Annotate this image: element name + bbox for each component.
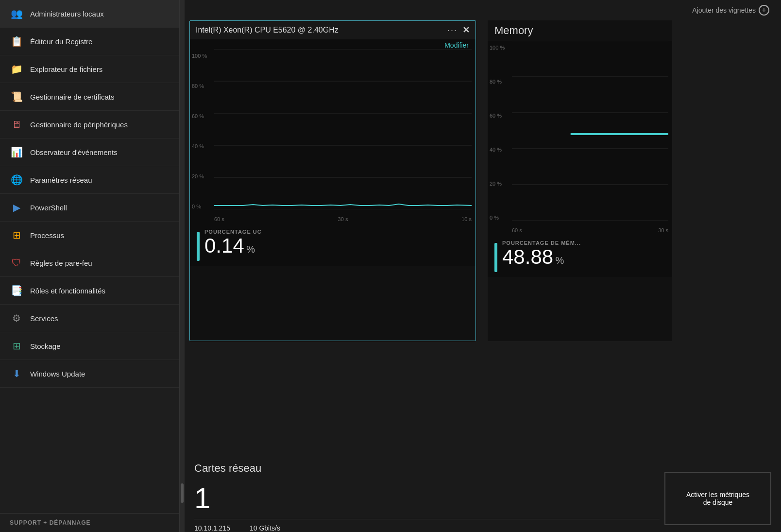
sidebar-items: 👥Administrateurs locaux📋Éditeur du Regis…	[0, 0, 179, 388]
network-count: 1	[194, 481, 660, 515]
sidebar-item-process[interactable]: ⊞Processus	[0, 222, 179, 249]
network-table: 10.10.1.215 10 Gbits/s	[194, 519, 660, 532]
cpu-metric-unit: %	[246, 244, 255, 255]
activate-disk-button[interactable]: Activer les métriquesde disque	[664, 472, 771, 525]
sidebar-label-registry: Éditeur du Registre	[30, 37, 92, 46]
sidebar-icon-storage: ⊞	[10, 339, 23, 353]
sidebar-icon-registry: 📋	[10, 34, 23, 48]
sidebar-label-roles: Rôles et fonctionnalités	[30, 287, 105, 295]
memory-metric-unit: %	[556, 255, 564, 266]
memory-metric-value: 48.88	[502, 245, 553, 268]
sidebar-item-storage[interactable]: ⊞Stockage	[0, 332, 179, 360]
cpu-chart-x-labels: 60 s 30 s 10 s	[214, 216, 472, 222]
scrollbar-thumb	[181, 483, 184, 503]
sidebar-icon-firewall: 🛡	[10, 256, 23, 270]
memory-chart-x-labels: 60 s 30 s	[512, 227, 668, 233]
cpu-chart-area: 60 s 30 s 10 s 100 % 80 % 60 % 40 % 20 %…	[190, 49, 475, 224]
widget-close-icon[interactable]: ✕	[462, 25, 470, 35]
sidebar-item-eventvwr[interactable]: 📊Observateur d'événements	[0, 138, 179, 166]
sidebar-icon-winupdate: ⬇	[10, 367, 23, 380]
memory-chart-area: 60 s 30 s 100 % 80 % 60 % 40 % 20 % 0 %	[488, 41, 672, 235]
x-label-10s: 10 s	[461, 216, 472, 222]
cpu-metric-value: 0.14	[204, 234, 244, 257]
disk-activate-area: Activer les métriquesde disque	[664, 462, 776, 525]
widget-options-icon[interactable]: ···	[447, 25, 458, 35]
sidebar-icon-powershell: ▶	[10, 201, 23, 214]
sidebar-label-powershell: PowerShell	[30, 204, 67, 212]
cpu-chart-svg	[214, 49, 472, 209]
sidebar-icon-process: ⊞	[10, 228, 23, 242]
bottom-section: Cartes réseau 1 10.10.1.215 10 Gbits/s A…	[185, 462, 781, 532]
cpu-metric-info: POURCENTAGE UC 0.14 %	[204, 229, 262, 256]
memory-chart-svg	[512, 41, 668, 221]
sidebar-item-certmgr[interactable]: 📜Gestionnaire de certificats	[0, 83, 179, 111]
sidebar-label-services: Services	[30, 314, 58, 323]
add-plus-icon: +	[759, 5, 769, 16]
network-section-title: Cartes réseau	[194, 462, 660, 475]
add-vignettes-button[interactable]: Ajouter des vignettes +	[692, 5, 769, 16]
sidebar-label-firewall: Règles de pare-feu	[30, 259, 92, 267]
cpu-metric-row: POURCENTAGE UC 0.14 %	[190, 224, 475, 266]
x-label-30s: 30 s	[338, 216, 348, 222]
memory-widget-title: Memory	[488, 20, 672, 41]
sidebar-item-registry[interactable]: 📋Éditeur du Registre	[0, 28, 179, 55]
memory-metric-indicator	[494, 243, 497, 272]
sidebar-item-admins[interactable]: 👥Administrateurs locaux	[0, 0, 179, 28]
sidebar-icon-explorer: 📁	[10, 62, 23, 76]
sidebar-icon-devmgr: 🖥	[10, 118, 23, 131]
network-section: Cartes réseau 1 10.10.1.215 10 Gbits/s	[189, 462, 664, 532]
activate-disk-label: Activer les métriquesde disque	[686, 491, 749, 506]
sidebar-label-winupdate: Windows Update	[30, 370, 85, 378]
sidebar-item-roles[interactable]: 📑Rôles et fonctionnalités	[0, 277, 179, 305]
sidebar-label-process: Processus	[30, 231, 64, 240]
sidebar-icon-certmgr: 📜	[10, 90, 23, 103]
sidebar-icon-roles: 📑	[10, 284, 23, 297]
sidebar-icon-network: 🌐	[10, 173, 23, 187]
memory-metric-info: POURCENTAGE DE MÉM... 48.88 %	[502, 240, 581, 267]
cpu-widget: Intel(R) Xeon(R) CPU E5620 @ 2.40GHz ···…	[189, 20, 476, 341]
sidebar-item-firewall[interactable]: 🛡Règles de pare-feu	[0, 249, 179, 277]
network-ip: 10.10.1.215	[194, 524, 230, 532]
sidebar-label-storage: Stockage	[30, 342, 61, 350]
cpu-y-labels: 100 % 80 % 60 % 40 % 20 % 0 %	[192, 53, 207, 209]
sidebar-icon-admins: 👥	[10, 7, 23, 20]
cpu-metric-indicator	[197, 232, 200, 261]
add-vignettes-label: Ajouter des vignettes	[692, 6, 756, 14]
sidebar-item-services[interactable]: ⚙Services	[0, 305, 179, 332]
memory-metric-row: POURCENTAGE DE MÉM... 48.88 %	[488, 235, 672, 277]
sidebar-label-network: Paramètres réseau	[30, 176, 92, 184]
sidebar-item-devmgr[interactable]: 🖥Gestionnaire de périphériques	[0, 111, 179, 138]
cpu-widget-header: Intel(R) Xeon(R) CPU E5620 @ 2.40GHz ···…	[190, 21, 475, 39]
sidebar-item-explorer[interactable]: 📁Explorateur de fichiers	[0, 55, 179, 83]
x-label-60s: 60 s	[214, 216, 224, 222]
sidebar-label-explorer: Explorateur de fichiers	[30, 65, 102, 73]
widget-controls: ··· ✕	[447, 25, 470, 35]
sidebar-item-winupdate[interactable]: ⬇Windows Update	[0, 360, 179, 388]
sidebar-item-powershell[interactable]: ▶PowerShell	[0, 194, 179, 222]
modifier-link[interactable]: Modifier	[197, 41, 469, 49]
cpu-widget-title: Intel(R) Xeon(R) CPU E5620 @ 2.40GHz	[196, 26, 339, 34]
sidebar: 👥Administrateurs locaux📋Éditeur du Regis…	[0, 0, 180, 532]
sidebar-footer: SUPPORT + DÉPANNAGE	[0, 513, 179, 532]
topbar: Ajouter des vignettes +	[185, 0, 781, 20]
sidebar-item-network[interactable]: 🌐Paramètres réseau	[0, 166, 179, 194]
sidebar-icon-services: ⚙	[10, 311, 23, 325]
sidebar-label-eventvwr: Observateur d'événements	[30, 148, 118, 156]
sidebar-label-admins: Administrateurs locaux	[30, 10, 104, 18]
network-speed: 10 Gbits/s	[250, 524, 280, 532]
main-content: Ajouter des vignettes + Intel(R) Xeon(R)…	[185, 0, 781, 532]
sidebar-label-devmgr: Gestionnaire de périphériques	[30, 120, 128, 129]
widgets-row: Intel(R) Xeon(R) CPU E5620 @ 2.40GHz ···…	[185, 20, 781, 457]
sidebar-label-certmgr: Gestionnaire de certificats	[30, 93, 114, 101]
memory-y-labels: 100 % 80 % 60 % 40 % 20 % 0 %	[490, 45, 505, 221]
memory-widget: Memory 60 s 30 s 10	[488, 20, 672, 341]
sidebar-icon-eventvwr: 📊	[10, 145, 23, 159]
sidebar-scrollbar[interactable]	[180, 0, 185, 532]
